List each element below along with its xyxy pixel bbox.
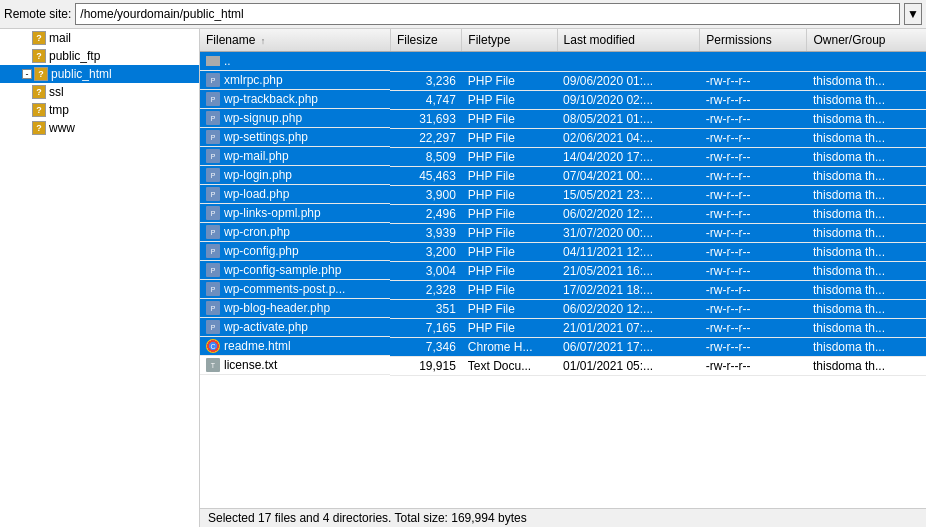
status-bar: Selected 17 files and 4 directories. Tot… — [200, 508, 926, 527]
table-row[interactable]: Pwp-login.php45,463PHP File07/04/2021 00… — [200, 166, 926, 185]
filename-text: wp-comments-post.p... — [224, 282, 345, 296]
cell-lastmod: 09/10/2020 02:... — [557, 90, 700, 109]
php-icon: P — [206, 244, 220, 258]
cell-filesize: 2,328 — [390, 280, 461, 299]
php-icon: P — [206, 187, 220, 201]
expand-icon[interactable]: - — [22, 69, 32, 79]
cell-permissions: -rw-r--r-- — [700, 109, 807, 128]
cell-filesize: 4,747 — [390, 90, 461, 109]
cell-filesize: 31,693 — [390, 109, 461, 128]
cell-filesize: 351 — [390, 299, 461, 318]
cell-lastmod: 14/04/2020 17:... — [557, 147, 700, 166]
cell-permissions: -rw-r--r-- — [700, 185, 807, 204]
cell-filesize — [390, 52, 461, 72]
question-icon: ? — [32, 31, 46, 45]
question-icon: ? — [32, 85, 46, 99]
cell-filetype: PHP File — [462, 204, 557, 223]
remote-site-input[interactable] — [75, 3, 900, 25]
cell-owner: thisdoma th... — [807, 147, 926, 166]
table-row[interactable]: Pwp-settings.php22,297PHP File02/06/2021… — [200, 128, 926, 147]
filename-text: wp-trackback.php — [224, 92, 318, 106]
cell-filename: Pwp-mail.php — [200, 147, 390, 166]
cell-lastmod — [557, 52, 700, 72]
cell-filename: Pwp-config.php — [200, 242, 390, 261]
cell-lastmod: 06/07/2021 17:... — [557, 337, 700, 356]
filename-text: .. — [224, 54, 231, 68]
cell-filename: Pwp-comments-post.p... — [200, 280, 390, 299]
tree-item-public-ftp[interactable]: ? public_ftp — [0, 47, 199, 65]
cell-filename: Creadme.html — [200, 337, 390, 356]
table-row[interactable]: Tlicense.txt19,915Text Docu...01/01/2021… — [200, 356, 926, 375]
col-header-filename[interactable]: Filename ↑ — [200, 29, 390, 52]
tree-item-ssl[interactable]: ? ssl — [0, 83, 199, 101]
file-table-wrapper[interactable]: Filename ↑ Filesize Filetype Last modifi… — [200, 29, 926, 508]
cell-owner: thisdoma th... — [807, 356, 926, 375]
cell-owner: thisdoma th... — [807, 204, 926, 223]
cell-filesize: 3,004 — [390, 261, 461, 280]
filename-text: wp-config.php — [224, 244, 299, 258]
cell-permissions — [700, 52, 807, 72]
cell-filetype: PHP File — [462, 280, 557, 299]
cell-permissions: -rw-r--r-- — [700, 223, 807, 242]
table-row[interactable]: Pwp-trackback.php4,747PHP File09/10/2020… — [200, 90, 926, 109]
remote-site-dropdown[interactable]: ▼ — [904, 3, 922, 25]
filename-text: license.txt — [224, 358, 277, 372]
tree-item-public-html[interactable]: - ? public_html — [0, 65, 199, 83]
php-icon: P — [206, 301, 220, 315]
table-row[interactable]: Pwp-config-sample.php3,004PHP File21/05/… — [200, 261, 926, 280]
cell-filetype: PHP File — [462, 147, 557, 166]
php-icon: P — [206, 130, 220, 144]
col-header-permissions[interactable]: Permissions — [700, 29, 807, 52]
table-row[interactable]: Pxmlrpc.php3,236PHP File09/06/2020 01:..… — [200, 71, 926, 90]
cell-owner: thisdoma th... — [807, 166, 926, 185]
cell-filename: .. — [200, 52, 390, 71]
cell-permissions: -rw-r--r-- — [700, 90, 807, 109]
cell-lastmod: 07/04/2021 00:... — [557, 166, 700, 185]
table-row[interactable]: Pwp-config.php3,200PHP File04/11/2021 12… — [200, 242, 926, 261]
cell-filesize: 3,200 — [390, 242, 461, 261]
question-icon: ? — [32, 121, 46, 135]
table-row[interactable]: Pwp-mail.php8,509PHP File14/04/2020 17:.… — [200, 147, 926, 166]
cell-owner: thisdoma th... — [807, 299, 926, 318]
table-row[interactable]: Pwp-blog-header.php351PHP File06/02/2020… — [200, 299, 926, 318]
tree-item-tmp[interactable]: ? tmp — [0, 101, 199, 119]
cell-owner: thisdoma th... — [807, 318, 926, 337]
cell-lastmod: 06/02/2020 12:... — [557, 299, 700, 318]
table-row[interactable]: Pwp-activate.php7,165PHP File21/01/2021 … — [200, 318, 926, 337]
question-icon: ? — [32, 49, 46, 63]
cell-permissions: -rw-r--r-- — [700, 337, 807, 356]
tree-scroll[interactable]: ? mail ? public_ftp - ? public_html ? ss… — [0, 29, 199, 527]
php-icon: P — [206, 225, 220, 239]
cell-lastmod: 09/06/2020 01:... — [557, 71, 700, 90]
tree-item-www[interactable]: ? www — [0, 119, 199, 137]
cell-filetype: PHP File — [462, 90, 557, 109]
cell-lastmod: 06/02/2020 12:... — [557, 204, 700, 223]
cell-filename: Pwp-cron.php — [200, 223, 390, 242]
php-icon: P — [206, 92, 220, 106]
col-header-owner[interactable]: Owner/Group — [807, 29, 926, 52]
table-row[interactable]: Creadme.html7,346Chrome H...06/07/2021 1… — [200, 337, 926, 356]
table-row[interactable]: Pwp-links-opml.php2,496PHP File06/02/202… — [200, 204, 926, 223]
cell-lastmod: 08/05/2021 01:... — [557, 109, 700, 128]
cell-permissions: -rw-r--r-- — [700, 299, 807, 318]
col-header-filetype[interactable]: Filetype — [462, 29, 557, 52]
table-row[interactable]: Pwp-signup.php31,693PHP File08/05/2021 0… — [200, 109, 926, 128]
cell-lastmod: 21/01/2021 07:... — [557, 318, 700, 337]
dotdot-icon — [206, 56, 220, 66]
cell-filename: Pxmlrpc.php — [200, 71, 390, 90]
filename-text: wp-config-sample.php — [224, 263, 341, 277]
cell-filetype: PHP File — [462, 166, 557, 185]
cell-lastmod: 01/01/2021 05:... — [557, 356, 700, 375]
sort-arrow-icon: ↑ — [261, 36, 266, 46]
question-icon: ? — [34, 67, 48, 81]
cell-lastmod: 02/06/2021 04:... — [557, 128, 700, 147]
table-row[interactable]: Pwp-load.php3,900PHP File15/05/2021 23:.… — [200, 185, 926, 204]
table-row[interactable]: Pwp-cron.php3,939PHP File31/07/2020 00:.… — [200, 223, 926, 242]
table-row[interactable]: Pwp-comments-post.p...2,328PHP File17/02… — [200, 280, 926, 299]
cell-filesize: 3,939 — [390, 223, 461, 242]
cell-filesize: 8,509 — [390, 147, 461, 166]
col-header-filesize[interactable]: Filesize — [390, 29, 461, 52]
table-row[interactable]: .. — [200, 52, 926, 72]
col-header-lastmod[interactable]: Last modified — [557, 29, 700, 52]
tree-item-mail[interactable]: ? mail — [0, 29, 199, 47]
